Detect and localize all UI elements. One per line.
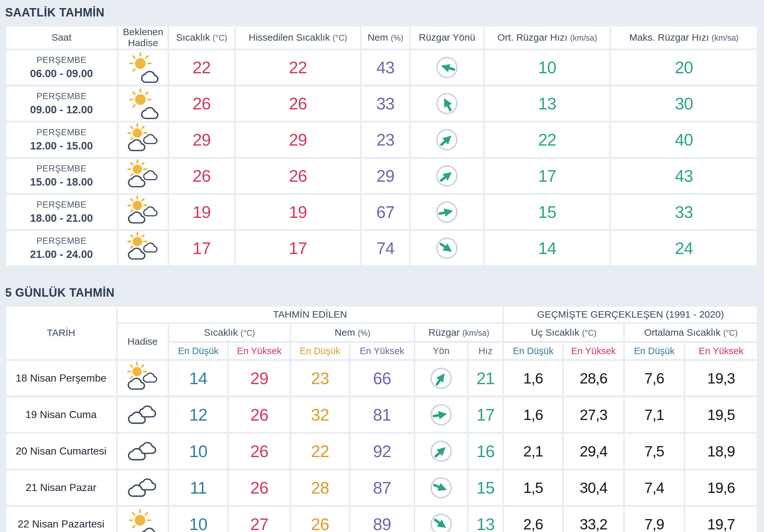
min-humidity-value: 22 (291, 434, 349, 468)
avg-max-temp-value: 18,9 (685, 434, 757, 468)
col-header-nem: Nem (%) (291, 324, 414, 341)
max-temp-value: 29 (229, 361, 289, 396)
hourly-forecast-table: Saat Beklenen Hadise Sıcaklık (°C) Hisse… (5, 25, 759, 267)
temperature-value: 26 (169, 159, 234, 193)
wind-speed-value: 13 (469, 507, 502, 532)
daily-row: 18 Nisan Perşembe 14 29 23 66 21 1,6 28,… (6, 361, 757, 396)
time-slot-cell: PERŞEMBE 21.00 - 24.00 (6, 231, 117, 266)
time-range: 15.00 - 18.00 (6, 176, 117, 188)
sub-header-avg-high: En Yüksek (685, 343, 757, 359)
wind-direction-arrow-icon (430, 159, 464, 193)
feels-like-value: 19 (236, 195, 360, 229)
feels-like-value: 29 (236, 123, 360, 157)
avg-min-temp-value: 7,9 (625, 507, 683, 532)
daily-header-category-row: Hadise Sıcaklık (°C) Nem (%) Rüzgar (km/… (6, 324, 757, 341)
min-temp-value: 11 (169, 470, 227, 505)
max-temp-value: 27 (229, 507, 289, 532)
min-humidity-value: 28 (291, 470, 349, 505)
min-temp-value: 10 (169, 507, 227, 532)
date-label: 19 Nisan Cuma (6, 397, 116, 432)
sun-clouds-icon (126, 195, 160, 229)
time-range: 18.00 - 21.00 (6, 212, 117, 224)
wind-direction-arrow-icon (427, 400, 455, 429)
max-humidity-value: 87 (350, 470, 414, 505)
avg-min-temp-value: 7,6 (625, 361, 683, 396)
record-max-temp-value: 27,3 (564, 397, 623, 432)
hourly-row: PERŞEMBE 06.00 - 09.00 22 22 43 10 20 (6, 50, 757, 85)
record-max-temp-value: 33,2 (564, 507, 623, 532)
sub-header-temp-low: En Düşük (169, 343, 227, 359)
time-range: 09.00 - 12.00 (6, 103, 117, 116)
col-header-ruzgar-yonu: Rüzgar Yönü (411, 27, 483, 49)
daily-forecast-title: 5 GÜNLÜK TAHMİN (5, 286, 759, 299)
temperature-value: 17 (169, 231, 234, 266)
avg-wind-speed-value: 10 (485, 50, 609, 85)
time-slot-cell: PERŞEMBE 12.00 - 15.00 (6, 123, 117, 157)
max-temp-value: 26 (229, 434, 289, 468)
max-humidity-value: 89 (350, 507, 414, 532)
max-wind-speed-value: 24 (611, 231, 757, 266)
min-temp-value: 14 (169, 361, 227, 396)
daily-forecast-table: TARİH TAHMİN EDİLEN GEÇMİŞTE GERÇEKLEŞEN… (5, 305, 759, 532)
wind-direction-arrow-icon (424, 434, 458, 468)
sub-header-hum-low: En Düşük (291, 343, 349, 359)
col-header-nem: Nem (%) (362, 27, 409, 49)
avg-max-temp-value: 19,5 (685, 397, 757, 432)
avg-max-temp-value: 19,7 (685, 507, 757, 532)
col-header-maks-ruzgar: Maks. Rüzgar Hızı (km/sa) (611, 27, 757, 49)
record-min-temp-value: 1,5 (504, 470, 562, 505)
day-label: PERŞEMBE (6, 127, 117, 137)
max-humidity-value: 81 (350, 397, 414, 432)
sub-header-avg-low: En Düşük (625, 343, 683, 359)
date-label: 20 Nisan Cumartesi (6, 434, 116, 468)
col-header-sicaklik: Sıcaklık (°C) (169, 324, 289, 341)
record-max-temp-value: 28,6 (564, 361, 623, 396)
wind-direction-arrow-icon (432, 52, 462, 83)
wind-speed-value: 21 (469, 361, 502, 396)
sub-header-ext-low: En Düşük (504, 343, 562, 359)
time-slot-cell: PERŞEMBE 18.00 - 21.00 (6, 195, 117, 229)
avg-max-temp-value: 19,6 (685, 470, 757, 505)
record-max-temp-value: 30,4 (564, 470, 623, 505)
avg-min-temp-value: 7,4 (625, 470, 683, 505)
col-header-ort-ruzgar: Ort. Rüzgar Hızı (km/sa) (485, 27, 609, 49)
date-label: 22 Nisan Pazartesi (6, 507, 116, 532)
max-wind-speed-value: 43 (611, 159, 757, 193)
day-label: PERŞEMBE (6, 236, 117, 246)
temperature-value: 22 (169, 50, 234, 85)
wind-direction-arrow-icon (425, 472, 457, 504)
record-min-temp-value: 2,1 (504, 434, 562, 468)
clouds-icon (126, 471, 159, 505)
sun-clouds-icon (126, 362, 159, 395)
date-label: 18 Nisan Perşembe (6, 361, 116, 396)
record-min-temp-value: 2,6 (504, 507, 562, 532)
col-header-uc-sicaklik: Uç Sıcaklık (°C) (504, 324, 623, 341)
sun-clouds-icon (126, 232, 160, 265)
daily-row: 22 Nisan Pazartesi 10 27 26 89 13 2,6 33… (6, 507, 757, 532)
sun-small-cloud-icon (126, 507, 159, 532)
min-humidity-value: 23 (291, 361, 349, 396)
humidity-value: 43 (362, 50, 409, 85)
avg-min-temp-value: 7,5 (625, 434, 683, 468)
feels-like-value: 26 (236, 159, 360, 193)
max-wind-speed-value: 30 (611, 87, 757, 121)
humidity-value: 74 (362, 231, 409, 266)
day-label: PERŞEMBE (6, 55, 117, 65)
wind-direction-arrow-icon (424, 507, 458, 532)
humidity-value: 33 (362, 87, 409, 121)
daily-row: 21 Nisan Pazar 11 26 28 87 15 1,5 30,4 7… (6, 470, 757, 505)
avg-min-temp-value: 7,1 (625, 397, 683, 432)
col-header-saat: Saat (6, 27, 117, 49)
clouds-icon (126, 435, 159, 468)
col-header-ruzgar: Rüzgar (km/sa) (415, 324, 502, 341)
time-slot-cell: PERŞEMBE 09.00 - 12.00 (6, 87, 117, 121)
min-humidity-value: 32 (291, 397, 349, 432)
day-label: PERŞEMBE (6, 91, 117, 101)
daily-row: 19 Nisan Cuma 12 26 32 81 17 1,6 27,3 7,… (6, 397, 757, 432)
min-humidity-value: 26 (291, 507, 349, 532)
max-humidity-value: 92 (350, 434, 414, 468)
wind-speed-value: 17 (469, 397, 502, 432)
avg-wind-speed-value: 13 (485, 87, 609, 121)
wind-direction-arrow-icon (430, 231, 464, 266)
record-min-temp-value: 1,6 (504, 397, 562, 432)
